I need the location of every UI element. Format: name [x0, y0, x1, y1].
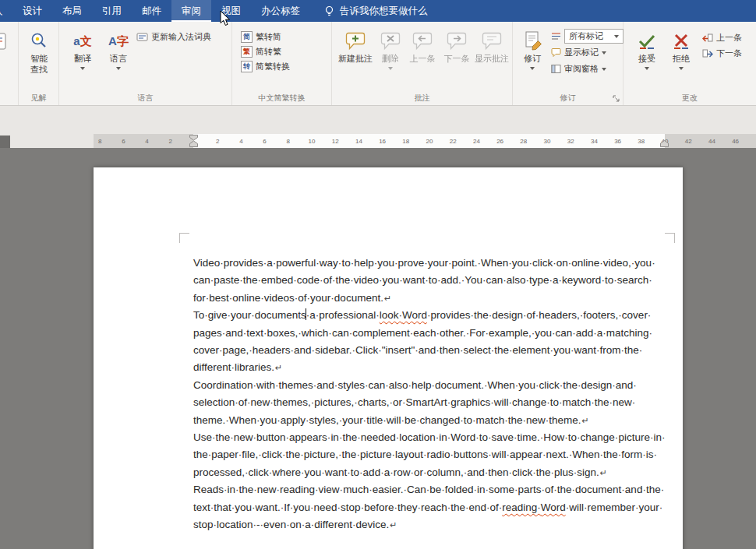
- translate-label: 翻译: [74, 54, 91, 65]
- tab-office-tab[interactable]: 办公标签: [251, 0, 310, 22]
- tab-references[interactable]: 引用: [92, 0, 132, 22]
- previous-comment-icon: [412, 28, 433, 54]
- group-label-insights: 见解: [19, 93, 58, 104]
- ribbon-group-changes: 接受 拒绝 上一条 下一条 更改: [624, 22, 756, 105]
- accept-label: 接受: [638, 54, 655, 65]
- translate-button[interactable]: a文 翻译: [67, 24, 98, 93]
- paragraph[interactable]: Coordination·with·themes·and·styles·can·…: [193, 377, 666, 429]
- text-caret: [306, 308, 306, 320]
- ruler-number: 20: [426, 138, 433, 145]
- dropdown-arrow-icon: [602, 51, 606, 55]
- dropdown-arrow-icon: [116, 67, 121, 70]
- ruler-number: 6: [122, 138, 125, 145]
- reject-label: 拒绝: [673, 54, 690, 65]
- ruler-number: 24: [473, 138, 480, 145]
- ruler-number: 6: [263, 138, 266, 145]
- show-comments-icon: [481, 28, 503, 54]
- previous-comment-button[interactable]: 上一条: [407, 24, 438, 93]
- smart-lookup-label-1: 智能: [30, 54, 48, 65]
- delete-comment-button[interactable]: 删除: [377, 24, 404, 93]
- accept-button[interactable]: 接受: [631, 24, 662, 93]
- dropdown-arrow-icon: [645, 67, 649, 70]
- ruler-number: 18: [402, 138, 409, 145]
- ruler-row: 8642246810121416182022242628303234363840…: [0, 134, 756, 148]
- tab-layout[interactable]: 布局: [52, 0, 92, 22]
- smart-lookup-button[interactable]: 智能 查找: [23, 24, 55, 93]
- page[interactable]: Video·provides·a·powerful·way·to·help·yo…: [94, 167, 683, 549]
- previous-change-icon: [702, 33, 713, 44]
- traditional-to-simplified-button[interactable]: 简 繁转简: [238, 30, 284, 44]
- show-markup-button[interactable]: 显示标记: [549, 45, 609, 60]
- next-comment-icon: [446, 28, 468, 54]
- previous-comment-label: 上一条: [410, 54, 436, 65]
- group-label-comments: 批注: [332, 93, 512, 104]
- ribbon-group-clipped: [0, 22, 19, 105]
- previous-change-button[interactable]: 上一条: [700, 30, 744, 45]
- new-comment-icon: [344, 28, 366, 54]
- language-button[interactable]: A字 语言: [103, 24, 134, 93]
- indent-markers-icon[interactable]: [189, 135, 198, 147]
- tab-view[interactable]: 视图: [211, 0, 251, 22]
- group-label-tracking: 修订: [513, 93, 623, 104]
- show-comments-label: 显示批注: [475, 54, 509, 65]
- right-indent-marker-icon[interactable]: [660, 140, 669, 147]
- ruler-number: 30: [544, 138, 551, 145]
- dropdown-arrow-icon: [602, 68, 606, 71]
- ruler-number: 46: [732, 138, 739, 145]
- convert-button[interactable]: 转 简繁转换: [238, 59, 292, 74]
- next-change-button[interactable]: 下一条: [700, 46, 744, 61]
- horizontal-ruler[interactable]: 8642246810121416182022242628303234363840…: [94, 134, 756, 148]
- update-ime-dictionary-button[interactable]: 更新输入法词典: [134, 30, 214, 44]
- new-comment-button[interactable]: 新建批注: [337, 24, 374, 93]
- previous-change-label: 上一条: [716, 32, 742, 44]
- traditional-to-simplified-label: 繁转简: [256, 31, 281, 43]
- ruler-number: 44: [708, 138, 715, 145]
- margin-corner-mark: [179, 233, 189, 243]
- tab-mailings[interactable]: 邮件: [132, 0, 171, 22]
- document-area[interactable]: Video·provides·a·powerful·way·to·help·yo…: [0, 148, 756, 549]
- reject-button[interactable]: 拒绝: [666, 24, 697, 93]
- show-markup-label: 显示标记: [564, 47, 599, 58]
- all-markup-select[interactable]: 所有标记: [564, 29, 624, 44]
- delete-comment-label: 删除: [382, 54, 399, 65]
- reviewing-pane-button[interactable]: 审阅窗格: [549, 62, 609, 76]
- tell-me-box[interactable]: 告诉我你想要做什么: [315, 0, 437, 22]
- group-label-language: 语言: [59, 93, 231, 104]
- margin-corner-mark: [665, 233, 675, 243]
- smart-lookup-label-2: 查找: [30, 65, 48, 76]
- track-changes-button[interactable]: 修订: [518, 24, 547, 93]
- tab-clipped-insert[interactable]: 入: [0, 0, 12, 22]
- ribbon-group-comments: 新建批注 删除 上一条 下一条: [332, 22, 513, 105]
- word-window: 入 设计 布局 引用 邮件 审阅 视图 办公标签 告诉我你想要做什么: [0, 0, 756, 549]
- paragraph[interactable]: To·give·your·documents·a·professional·lo…: [193, 307, 666, 377]
- ruler-number: 42: [685, 138, 692, 145]
- ruler-number: 4: [239, 138, 242, 145]
- language-icon: A字: [108, 28, 129, 54]
- ruler-number: 34: [591, 138, 598, 145]
- ruler-number: 2: [169, 138, 172, 145]
- paragraph[interactable]: Video·provides·a·powerful·way·to·help·yo…: [193, 255, 666, 307]
- ribbon-group-tracking: 修订 所有标记 显示标记: [513, 22, 624, 105]
- simplified-to-traditional-button[interactable]: 繁 简转繁: [238, 44, 284, 59]
- simplified-char-icon: 简: [241, 31, 253, 43]
- paragraph-mark-icon: ↵: [384, 294, 391, 303]
- paragraph[interactable]: Use·the·new·button·appears·in·the·needed…: [193, 429, 666, 481]
- traditional-char-icon: 繁: [241, 46, 253, 58]
- next-comment-button[interactable]: 下一条: [441, 24, 472, 93]
- reject-icon: [671, 28, 691, 54]
- tab-design[interactable]: 设计: [12, 0, 52, 22]
- display-for-review-combo[interactable]: 所有标记: [549, 29, 626, 44]
- dropdown-arrow-icon: [388, 67, 393, 70]
- all-markup-icon: [551, 31, 561, 41]
- group-label-chinese-conversion: 中文简繁转换: [232, 93, 331, 104]
- mouse-cursor: [220, 10, 231, 26]
- new-comment-label: 新建批注: [338, 54, 373, 65]
- clipped-button[interactable]: [0, 24, 14, 93]
- reviewing-pane-icon: [551, 64, 561, 74]
- paragraph[interactable]: Reads·in·the·new·reading·view·much·easie…: [193, 481, 666, 533]
- tab-review[interactable]: 审阅: [171, 0, 211, 22]
- paragraph-mark-icon: ↵: [275, 363, 282, 372]
- show-comments-button[interactable]: 显示批注: [472, 24, 511, 93]
- document-text[interactable]: Video·provides·a·powerful·way·to·help·yo…: [193, 255, 666, 534]
- ribbon-group-chinese-conversion: 简 繁转简 繁 简转繁 转 简繁转换 中文简繁转换: [232, 22, 332, 105]
